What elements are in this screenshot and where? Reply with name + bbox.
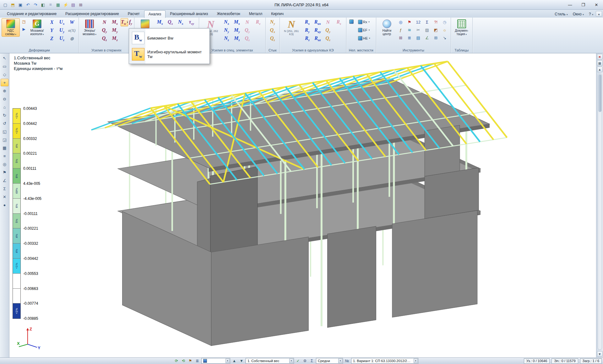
sun-icon[interactable]: ☼ bbox=[441, 26, 449, 34]
nds-schemes-button[interactable]: НДСсхемы▾ bbox=[2, 18, 20, 37]
save-icon[interactable]: ▣ bbox=[17, 1, 24, 8]
angle-icon[interactable]: ∠ bbox=[423, 34, 431, 41]
menu-3[interactable]: ? ▾ bbox=[586, 11, 596, 18]
vol-txy-button[interactable]: τxy bbox=[186, 18, 197, 26]
menu-item-bimoment[interactable]: Bw Бимомент Bw bbox=[130, 30, 209, 46]
warning-icon[interactable]: ?! bbox=[432, 18, 440, 26]
shear-qz-button[interactable]: Qz bbox=[99, 35, 110, 43]
sum-icon[interactable]: Σ bbox=[309, 358, 315, 364]
menu-item-tw[interactable]: Tw Изгибно-крутильный момент Tw bbox=[130, 46, 209, 62]
refresh-model-icon[interactable]: ⟲ bbox=[180, 358, 187, 364]
mosaic-uy-button[interactable]: Uy bbox=[57, 26, 67, 35]
pack-icon[interactable]: ▦ bbox=[55, 1, 62, 8]
numbers-icon[interactable]: 12 bbox=[414, 18, 422, 26]
angle-icon[interactable]: ∠ bbox=[1, 177, 8, 184]
ribbon-tab-1[interactable]: Создание и редактирование bbox=[3, 10, 61, 18]
node-ruy-button[interactable]: Ruy bbox=[312, 26, 323, 35]
moment-mx-button[interactable]: Mx bbox=[110, 18, 120, 26]
spec-rz-button[interactable]: Rz bbox=[253, 18, 264, 26]
animation-button[interactable]: ▶ bbox=[20, 26, 27, 33]
styk-ny-button[interactable]: Ny bbox=[267, 18, 278, 26]
ef-stiffness-button[interactable]: ЕF▾ bbox=[357, 26, 374, 34]
rotate-ccw-icon[interactable]: ↺ bbox=[1, 120, 8, 127]
mosaic-y-button[interactable]: Y bbox=[47, 26, 57, 35]
isolines-icon[interactable]: ≋ bbox=[405, 26, 414, 34]
list-icon[interactable]: ≣ bbox=[194, 358, 200, 364]
deformed-scheme-button[interactable]: ◳ bbox=[20, 18, 27, 25]
spec-my-button[interactable]: My bbox=[232, 26, 242, 35]
variant-combo[interactable]: 1. Вариант 1: СП 63.13330.2012/2018,▾ bbox=[351, 358, 418, 364]
loadcase-combo[interactable]: 1. Собственный вес▾ bbox=[246, 358, 294, 364]
rx-stiffness-button[interactable]: Rx▾ bbox=[357, 18, 374, 26]
spec-n-button[interactable]: N bbox=[242, 18, 253, 26]
mosaic-uz-button[interactable]: Uz bbox=[57, 35, 67, 43]
settings-icon[interactable]: ⚙ bbox=[302, 358, 308, 364]
scroll-up-icon[interactable]: ▲ bbox=[597, 67, 603, 72]
display-mode-combo[interactable]: ▾ bbox=[201, 358, 230, 364]
node-n-button[interactable]: N bbox=[323, 18, 333, 26]
node-rx-button[interactable]: Rx bbox=[302, 18, 312, 26]
ribbon-tab-5[interactable]: Расширенный анализ bbox=[166, 10, 212, 18]
spec-qz-button[interactable]: Qz bbox=[242, 35, 253, 43]
scrollbar-thumb[interactable] bbox=[598, 74, 601, 112]
polygon-select-icon[interactable]: ◇ bbox=[1, 71, 8, 78]
probe-values-icon[interactable]: ◎ bbox=[397, 18, 405, 26]
spec-mx-button[interactable]: Mx bbox=[232, 18, 242, 26]
single-node-n-button[interactable]: N N (251, 261 КЭ) bbox=[281, 18, 302, 36]
node-rz2-button[interactable]: Rz bbox=[333, 18, 345, 26]
vol-nx-button[interactable]: Nx bbox=[176, 18, 186, 26]
node-ry-button[interactable]: Ry bbox=[302, 26, 312, 35]
globe-button[interactable]: ◍ bbox=[67, 35, 77, 43]
lightning-icon[interactable]: ⚡ bbox=[62, 1, 69, 8]
ribbon-tab-3[interactable]: Расчет bbox=[123, 10, 144, 18]
scroll-down-icon[interactable]: ▼ bbox=[597, 351, 603, 357]
average-mode-combo[interactable]: Средни▾ bbox=[316, 358, 343, 364]
layers-icon[interactable]: ⊞ bbox=[432, 34, 440, 41]
hatch-icon[interactable]: ▨ bbox=[423, 26, 431, 34]
zoom-out-icon[interactable]: ⊖ bbox=[1, 95, 8, 103]
node-marks-icon[interactable]: ● bbox=[1, 201, 8, 209]
lock-icon[interactable]: ⊠ bbox=[77, 1, 84, 8]
menu-1[interactable]: Стиль ▾ bbox=[552, 11, 570, 18]
shear-qy-button[interactable]: Qy bbox=[99, 26, 110, 35]
fy-button[interactable]: fy bbox=[129, 18, 133, 26]
flags-icon[interactable]: ⚑ bbox=[187, 358, 193, 364]
ribbon-tab-8[interactable]: Кирпич bbox=[267, 10, 288, 18]
zoom-in-icon[interactable]: ⊕ bbox=[1, 87, 8, 94]
palette-icon[interactable]: ◩ bbox=[432, 26, 440, 34]
mosaic-x-button[interactable]: X bbox=[47, 18, 57, 26]
styk-qz-button[interactable]: Qz bbox=[267, 35, 278, 43]
collapse-ribbon-button[interactable]: ▴ bbox=[596, 11, 602, 17]
flag-icon[interactable]: ⚑ bbox=[405, 18, 414, 26]
redo-icon[interactable]: ↷ bbox=[32, 1, 39, 8]
find-center-button[interactable]: Найтицентр bbox=[378, 18, 396, 36]
scrollbar-track[interactable] bbox=[598, 73, 602, 350]
select-cursor-icon[interactable]: ↖ bbox=[1, 54, 8, 62]
cut-icon[interactable]: ✂ bbox=[414, 26, 422, 34]
next-loadcase-button[interactable]: ▼ bbox=[238, 358, 245, 364]
menu-2[interactable]: Окно ▾ bbox=[570, 11, 586, 18]
list-icon[interactable]: ≡ bbox=[1, 152, 8, 160]
apply-icon[interactable]: ✓ bbox=[295, 358, 301, 364]
ribbon-tab-2[interactable]: Расширенное редактирование bbox=[61, 10, 123, 18]
sum-icon[interactable]: Σ bbox=[423, 18, 431, 26]
vol-qx-button[interactable]: Qx bbox=[165, 18, 176, 26]
node-rux-button[interactable]: Rux bbox=[312, 18, 323, 26]
styk-qx-button[interactable]: Qx bbox=[267, 26, 278, 35]
close-fragment-icon[interactable]: ✕ bbox=[597, 54, 603, 60]
minimize-button[interactable]: — bbox=[563, 0, 577, 9]
vol-mx-button[interactable]: Mx bbox=[155, 18, 165, 26]
maximize-button[interactable]: ❐ bbox=[577, 0, 590, 9]
pan-hand-icon[interactable]: + bbox=[1, 79, 8, 86]
force-n-button[interactable]: N bbox=[99, 18, 110, 26]
documentation-button[interactable]: Докумен-тация▾ bbox=[453, 18, 471, 37]
tw-button[interactable]: Tw▾ bbox=[121, 18, 128, 26]
report-icon[interactable]: ▤ bbox=[70, 1, 77, 8]
rubber-band-icon[interactable]: ▭ bbox=[1, 62, 8, 70]
projection-icon[interactable]: ⌗ bbox=[47, 1, 54, 8]
mosaic-z-button[interactable]: Z bbox=[47, 35, 57, 43]
prev-loadcase-button[interactable]: ▲ bbox=[231, 358, 237, 364]
mosaic-ai-button[interactable]: a(X) bbox=[67, 26, 77, 35]
lock-icon[interactable]: ⊠ bbox=[397, 34, 405, 41]
epures-mosaic-button[interactable]: Эпюры/мозаика▾ bbox=[80, 18, 99, 37]
